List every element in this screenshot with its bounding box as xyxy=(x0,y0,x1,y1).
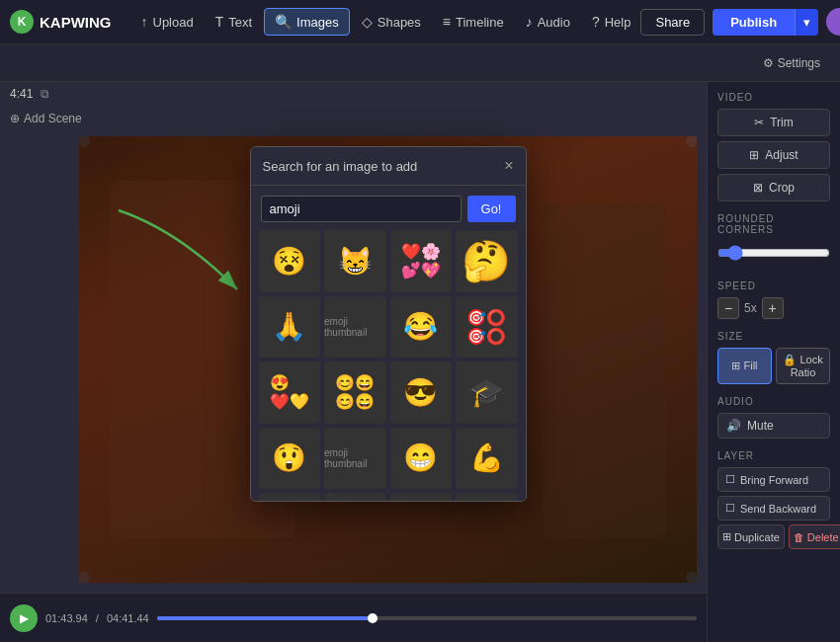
timeline-icon: ≡ xyxy=(443,14,451,30)
text-icon: T xyxy=(215,14,224,30)
layer-label: LAYER xyxy=(717,450,830,461)
time-separator: / xyxy=(96,612,99,624)
fill-button[interactable]: ⊞ Fill xyxy=(717,348,772,384)
adjust-button[interactable]: ⊞ Adjust xyxy=(717,141,830,169)
play-button[interactable]: ▶ xyxy=(10,604,38,632)
emoji-item-3[interactable]: 🤔 xyxy=(456,230,518,292)
nav-shapes-label: Shapes xyxy=(378,15,421,30)
emoji-item-4[interactable]: 🙏 xyxy=(259,296,321,359)
nav-timeline[interactable]: ≡ Timeline xyxy=(433,9,514,35)
modal-close-button[interactable]: × xyxy=(504,157,513,175)
logo: K KAPWING xyxy=(10,10,112,34)
shapes-icon: ◇ xyxy=(362,14,373,30)
timeline-track[interactable] xyxy=(157,616,697,620)
emoji-item-14[interactable]: 😁 xyxy=(390,428,453,490)
speed-controls: − 5x + xyxy=(717,297,830,319)
nav-text[interactable]: T Text xyxy=(206,9,262,35)
audio-label: AUDIO xyxy=(717,396,830,407)
duplicate-button[interactable]: ⊞ Duplicate xyxy=(717,524,785,549)
trim-button[interactable]: ✂ Trim xyxy=(717,109,830,136)
publish-dropdown-button[interactable]: ▾ xyxy=(795,9,818,36)
emoji-item-7[interactable]: 🎯⭕🎯⭕ xyxy=(456,296,518,359)
emoji-item-18[interactable]: 🤚🖐️ xyxy=(390,493,453,502)
upload-icon: ↑ xyxy=(141,14,148,30)
timeline-thumb[interactable] xyxy=(368,613,378,623)
speed-decrease-button[interactable]: − xyxy=(717,297,739,319)
mute-button[interactable]: 🔊 Mute xyxy=(717,413,830,439)
audio-icon: ♪ xyxy=(526,14,533,30)
emoji-item-13[interactable]: emoji thumbnail xyxy=(324,428,386,490)
emoji-item-5[interactable]: emoji thumbnail xyxy=(324,296,386,359)
publish-button[interactable]: Publish xyxy=(713,9,795,36)
go-button[interactable]: Go! xyxy=(467,196,516,222)
image-search-input[interactable] xyxy=(261,196,462,222)
lock-ratio-button[interactable]: 🔒 Lock Ratio xyxy=(776,348,830,384)
emoji-item-6[interactable]: 😂 xyxy=(390,296,453,359)
emoji-item-11[interactable]: 🎓 xyxy=(456,361,518,424)
crop-button[interactable]: ⊠ Crop xyxy=(717,174,830,201)
current-time: 01:43.94 xyxy=(45,612,88,624)
nav-timeline-label: Timeline xyxy=(456,15,504,30)
nav-shapes[interactable]: ◇ Shapes xyxy=(352,9,431,35)
nav-upload-label: Upload xyxy=(153,15,194,30)
add-scene-label: Add Scene xyxy=(24,112,82,125)
nav-help-label: Help xyxy=(605,15,631,30)
total-time: 04:41.44 xyxy=(107,612,149,624)
timeline-progress xyxy=(157,616,374,620)
sidebar: VIDEO ✂ Trim ⊞ Adjust ⊠ Crop ROUNDED COR… xyxy=(707,82,840,642)
rounded-corners-slider-container xyxy=(717,241,830,269)
bring-forward-label: Bring Forward xyxy=(740,474,808,486)
action-buttons: ⊞ Duplicate 🗑 Delete xyxy=(717,524,830,549)
rounded-corners-slider[interactable] xyxy=(717,245,830,261)
video-info: 4:41 ⧉ xyxy=(0,82,59,106)
emoji-item-17[interactable]: 👒💪 xyxy=(324,493,386,502)
duplicate-label: Duplicate xyxy=(734,531,780,543)
emoji-item-15[interactable]: 💪 xyxy=(456,428,518,490)
nav-items: ↑ Upload T Text 🔍 Images ◇ Shapes ≡ Time… xyxy=(131,8,641,36)
emoji-item-19[interactable]: 😏 xyxy=(456,493,518,502)
speed-increase-button[interactable]: + xyxy=(762,297,784,319)
emoji-item-0[interactable]: 😵 xyxy=(259,230,321,292)
adjust-icon: ⊞ xyxy=(749,148,759,162)
trim-label: Trim xyxy=(770,116,794,129)
crop-label: Crop xyxy=(769,181,795,195)
canvas-area: 4:41 ⧉ ⊕ Add Scene xyxy=(0,82,707,642)
emoji-item-9[interactable]: 😊😄😊😄 xyxy=(324,361,386,424)
delete-button[interactable]: 🗑 Delete xyxy=(789,524,840,549)
modal-header: Search for an image to add × xyxy=(251,147,526,186)
modal-overlay: Search for an image to add × Go! 😵 😸 ❤️🌸… xyxy=(79,136,697,583)
emoji-item-12[interactable]: 😲 xyxy=(259,428,321,490)
emoji-item-1[interactable]: 😸 xyxy=(324,230,386,292)
fill-label: Fill xyxy=(744,360,758,371)
crop-icon: ⊠ xyxy=(753,181,763,195)
nav-upload[interactable]: ↑ Upload xyxy=(131,9,204,35)
publish-btn-group: Publish ▾ xyxy=(713,9,818,36)
audio-section: AUDIO 🔊 Mute xyxy=(717,396,830,439)
settings-label[interactable]: ⚙ Settings xyxy=(755,52,828,74)
add-scene-button[interactable]: ⊕ Add Scene xyxy=(10,112,82,125)
emoji-item-2[interactable]: ❤️🌸💕💖 xyxy=(390,230,453,292)
help-icon: ? xyxy=(592,14,600,30)
speed-label: SPEED xyxy=(717,281,830,291)
logo-icon: K xyxy=(10,10,34,34)
emoji-item-16[interactable]: 😂💩 xyxy=(259,493,321,502)
bring-forward-button[interactable]: ☐ Bring Forward xyxy=(717,467,830,492)
avatar[interactable] xyxy=(826,8,840,36)
duplicate-icon: ⊞ xyxy=(722,530,731,543)
nav-text-label: Text xyxy=(228,15,252,30)
size-label: SIZE xyxy=(717,331,830,342)
send-backward-icon: ☐ xyxy=(725,502,735,515)
emoji-item-8[interactable]: 😍❤️💛 xyxy=(259,361,321,424)
toolbar: ⚙ Settings xyxy=(0,44,840,82)
size-section: SIZE ⊞ Fill 🔒 Lock Ratio xyxy=(717,331,830,384)
copy-icon: ⧉ xyxy=(41,87,49,101)
emoji-item-10[interactable]: 😎 xyxy=(390,361,453,424)
send-backward-button[interactable]: ☐ Send Backward xyxy=(717,496,830,521)
nav-help[interactable]: ? Help xyxy=(582,9,641,35)
rounded-corners-section: ROUNDED CORNERS xyxy=(717,213,830,269)
nav-audio[interactable]: ♪ Audio xyxy=(516,9,580,35)
size-buttons: ⊞ Fill 🔒 Lock Ratio xyxy=(717,348,830,384)
nav-images[interactable]: 🔍 Images xyxy=(264,8,350,36)
layer-section: LAYER ☐ Bring Forward ☐ Send Backward ⊞ … xyxy=(717,450,830,549)
share-button[interactable]: Share xyxy=(640,9,705,36)
